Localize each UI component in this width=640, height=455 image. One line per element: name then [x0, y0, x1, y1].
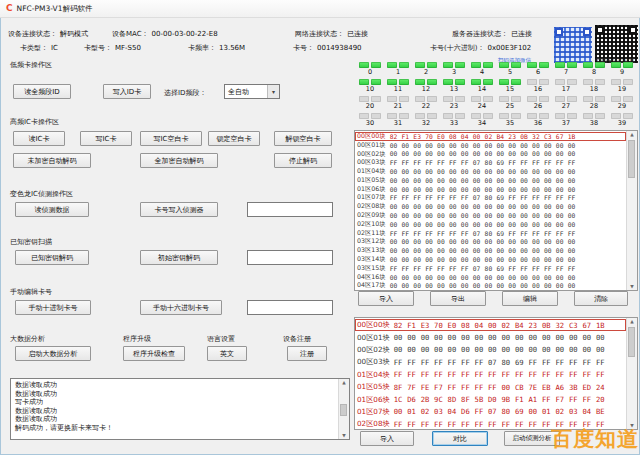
initial-key-decode-button[interactable]: 初始密钥解码 [140, 250, 218, 265]
sector-cell-29[interactable]: 29 [608, 96, 636, 112]
hex-row[interactable]: 01区05块00 00 00 00 00 00 00 00 00 00 00 0… [355, 176, 626, 185]
sector-cell-20[interactable]: 20 [356, 96, 384, 112]
scroll-thumb[interactable] [628, 327, 635, 357]
sector-cell-1[interactable]: 1 [384, 62, 412, 78]
sector-cell-27[interactable]: 27 [552, 96, 580, 112]
sector-cell-11[interactable]: 11 [384, 79, 412, 95]
sector-cell-39[interactable]: 39 [608, 113, 636, 129]
sector-cell-33[interactable]: 33 [440, 113, 468, 129]
known-key-input[interactable] [247, 250, 333, 265]
write-card-to-detector-button[interactable]: 卡号写入侦测器 [140, 202, 218, 217]
scroll-thumb[interactable] [628, 140, 635, 178]
hex-bottom-scrollbar[interactable]: ▲ ▼ [626, 318, 637, 429]
language-english-button[interactable]: 英文 [207, 346, 247, 361]
compare-button[interactable]: 对比 [432, 431, 488, 446]
hex-row[interactable]: 01区07块FF FF FF FF FF FF FF 07 80 69 FF F… [355, 194, 626, 203]
sector-cell-22[interactable]: 22 [412, 96, 440, 112]
hex-row[interactable]: 01区04块FF FF FF FF FF FF FF FF FF FF FF F… [355, 369, 626, 381]
sector-cell-30[interactable]: 30 [356, 113, 384, 129]
register-button[interactable]: 注册 [287, 346, 327, 361]
sector-cell-28[interactable]: 28 [580, 96, 608, 112]
hex-row[interactable]: 00区00块82 F1 E3 70 E0 08 04 00 02 B4 23 0… [355, 132, 626, 141]
export-button[interactable]: 导出 [430, 291, 486, 306]
log-area[interactable]: 数据读取成功数据读取成功写卡成功数据读取成功数据读取成功解码成功，请更换新卡来写… [10, 378, 350, 440]
hex-row[interactable]: 03区15块FF FF FF FF FF FF FF 07 80 69 FF F… [355, 264, 626, 273]
hex-row[interactable]: 00区01块00 00 00 00 00 00 00 00 00 00 00 0… [355, 141, 626, 150]
sector-cell-10[interactable]: 10 [356, 79, 384, 95]
sector-cell-37[interactable]: 37 [552, 113, 580, 129]
scroll-up-icon[interactable]: ▲ [339, 379, 349, 386]
unlock-blank-card-button[interactable]: 解锁空白卡 [274, 131, 332, 146]
sector-cell-2[interactable]: 2 [412, 62, 440, 78]
auto-decode-plain-button[interactable]: 未加密自动解码 [13, 153, 91, 168]
hex-row[interactable]: 04区17块00 00 00 00 00 00 00 00 00 00 00 0… [355, 282, 626, 290]
sector-cell-19[interactable]: 19 [608, 79, 636, 95]
sector-cell-38[interactable]: 38 [580, 113, 608, 129]
sector-cell-32[interactable]: 32 [412, 113, 440, 129]
sector-cell-3[interactable]: 3 [440, 62, 468, 78]
sector-cell-7[interactable]: 7 [552, 62, 580, 78]
scroll-up-icon[interactable]: ▲ [627, 131, 637, 138]
hex-row[interactable]: 03区12块00 00 00 00 00 00 00 00 00 00 00 0… [355, 238, 626, 247]
sector-cell-12[interactable]: 12 [412, 79, 440, 95]
read-ic-button[interactable]: 读IC卡 [13, 131, 65, 146]
id-band-select[interactable]: 全自动 ▾ [224, 84, 280, 99]
scroll-thumb[interactable] [340, 404, 347, 416]
sector-cell-18[interactable]: 18 [580, 79, 608, 95]
write-id-card-button[interactable]: 写入ID卡 [103, 84, 151, 99]
manual-decimal-card-button[interactable]: 手动十进制卡号 [15, 300, 91, 315]
read-full-band-id-button[interactable]: 读全频段ID [13, 84, 71, 99]
sector-cell-15[interactable]: 15 [496, 79, 524, 95]
sector-cell-0[interactable]: 0 [356, 62, 384, 78]
import-button-bottom[interactable]: 导入 [360, 431, 414, 446]
hex-top-scrollbar[interactable]: ▲ ▼ [626, 131, 637, 290]
sector-cell-14[interactable]: 14 [468, 79, 496, 95]
sector-cell-34[interactable]: 34 [468, 113, 496, 129]
sector-cell-9[interactable]: 9 [608, 62, 636, 78]
log-scrollbar[interactable]: ▲ ▼ [338, 379, 349, 439]
hex-row[interactable]: 02区08块00 00 00 00 00 00 00 00 00 00 00 0… [355, 202, 626, 211]
hex-row[interactable]: 01区06块00 00 00 00 00 00 00 00 00 00 00 0… [355, 185, 626, 194]
sector-cell-17[interactable]: 17 [552, 79, 580, 95]
hex-row[interactable]: 03区14块00 00 00 00 00 00 00 00 00 00 00 0… [355, 255, 626, 264]
read-detect-data-button[interactable]: 读侦测数据 [15, 202, 89, 217]
hex-row[interactable]: 01区06块1C D6 2B 9C 8D 8F 5B D0 9B F1 A1 F… [355, 393, 626, 405]
known-key-decode-button[interactable]: 已知密钥解码 [15, 250, 89, 265]
sector-cell-25[interactable]: 25 [496, 96, 524, 112]
chameleon-input[interactable] [247, 202, 333, 217]
edit-button[interactable]: 编辑 [502, 291, 558, 306]
hex-row[interactable]: 03区13块00 00 00 00 00 00 00 00 00 00 00 0… [355, 246, 626, 255]
sector-cell-26[interactable]: 26 [524, 96, 552, 112]
hex-row[interactable]: 00区00块82 F1 E3 70 E0 08 04 00 02 B4 23 0… [355, 319, 626, 331]
sector-cell-16[interactable]: 16 [524, 79, 552, 95]
hex-row[interactable]: 00区03块FF FF FF FF FF FF FF 07 80 69 FF F… [355, 356, 626, 368]
sector-cell-8[interactable]: 8 [580, 62, 608, 78]
stop-decode-button[interactable]: 停止解码 [274, 153, 332, 168]
write-ic-blank-button[interactable]: 写IC空白卡 [140, 131, 202, 146]
sector-cell-13[interactable]: 13 [440, 79, 468, 95]
manual-hex-card-button[interactable]: 手动十六进制卡号 [140, 300, 222, 315]
sector-cell-24[interactable]: 24 [468, 96, 496, 112]
write-ic-button[interactable]: 写IC卡 [80, 131, 132, 146]
start-bigdata-analysis-button[interactable]: 启动大数据分析 [15, 346, 91, 361]
scroll-down-icon[interactable]: ▼ [627, 283, 637, 290]
sector-cell-35[interactable]: 35 [496, 113, 524, 129]
hex-row[interactable]: 02区11块FF FF FF FF FF FF FF 07 80 69 FF F… [355, 229, 626, 238]
hex-row[interactable]: 00区03块FF FF FF FF FF FF FF 07 80 69 FF F… [355, 158, 626, 167]
sector-cell-31[interactable]: 31 [384, 113, 412, 129]
sector-cell-21[interactable]: 21 [384, 96, 412, 112]
hex-row[interactable]: 02区09块00 00 00 00 00 00 00 00 00 00 00 0… [355, 211, 626, 220]
sector-cell-23[interactable]: 23 [440, 96, 468, 112]
hex-row[interactable]: 01区05块8F 7F FE F7 FF FF FF FF 00 CB 7E E… [355, 381, 626, 393]
upgrade-check-button[interactable]: 程序升级检查 [123, 346, 185, 361]
hex-list-top[interactable]: 00区00块82 F1 E3 70 E0 08 04 00 02 B4 23 0… [354, 130, 638, 291]
sector-cell-5[interactable]: 5 [496, 62, 524, 78]
hex-row[interactable]: 02区10块00 00 00 00 00 00 00 00 00 00 00 0… [355, 220, 626, 229]
auto-decode-full-button[interactable]: 全加密自动解码 [140, 153, 218, 168]
scroll-up-icon[interactable]: ▲ [627, 318, 637, 325]
hex-row[interactable]: 00区02块00 00 00 00 00 00 00 00 00 00 00 0… [355, 150, 626, 159]
hex-row[interactable]: 01区07块00 01 02 03 04 D6 FF 07 80 69 00 0… [355, 406, 626, 418]
clear-button[interactable]: 清除 [574, 291, 628, 306]
manual-card-input[interactable] [247, 300, 333, 315]
import-button-top[interactable]: 导入 [358, 291, 414, 306]
